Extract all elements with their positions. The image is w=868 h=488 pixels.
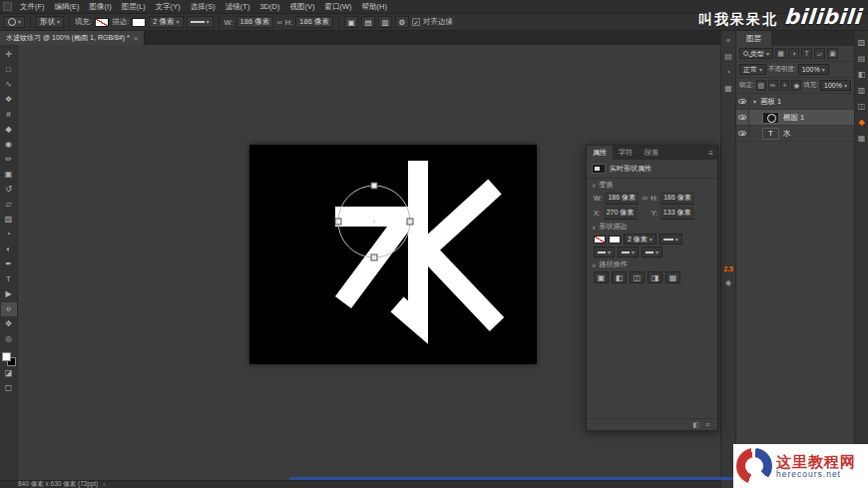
fill-swatch[interactable]: [95, 18, 109, 27]
panel-options-icon[interactable]: ≡: [705, 421, 709, 428]
exclude-overlapping-icon[interactable]: ◨: [648, 271, 662, 283]
layer-filter-select[interactable]: 类型 ▾: [739, 48, 773, 59]
prop-stroke-type-select[interactable]: ▾: [659, 234, 682, 244]
lock-image-pixels-icon[interactable]: ✏: [768, 80, 778, 91]
shape-fill-swatch[interactable]: [594, 236, 606, 244]
visibility-toggle[interactable]: [736, 94, 749, 109]
menu-item[interactable]: 图层(L): [117, 2, 151, 12]
pen-tool[interactable]: ✒: [1, 257, 17, 271]
filter-adjustment-layers-icon[interactable]: ◑: [788, 48, 799, 59]
filter-pixel-layers-icon[interactable]: ▦: [775, 48, 786, 59]
color-panel-icon[interactable]: ▤: [722, 50, 735, 62]
swatches-panel-icon[interactable]: ▤: [855, 52, 868, 64]
tab-properties[interactable]: 属性: [587, 146, 613, 160]
hand-tool[interactable]: ✥: [1, 317, 17, 331]
menu-item[interactable]: 文件(F): [15, 2, 50, 12]
healing-brush-tool[interactable]: ◉: [1, 138, 17, 152]
color-swatches[interactable]: [2, 352, 16, 366]
menu-item[interactable]: 视图(V): [284, 2, 319, 12]
lock-transparent-pixels-icon[interactable]: ▨: [756, 80, 766, 91]
menu-item[interactable]: 窗口(W): [319, 2, 356, 12]
ellipse-path-overlay[interactable]: [334, 182, 414, 261]
menu-item[interactable]: 文字(Y): [151, 2, 186, 12]
blur-tool[interactable]: ◔: [1, 228, 17, 242]
shape-width-field[interactable]: 186 像素: [236, 16, 274, 28]
channels-panel-icon[interactable]: ▥: [855, 84, 868, 96]
crop-tool[interactable]: #: [1, 108, 17, 122]
prop-x-field[interactable]: 270 像素: [604, 207, 638, 220]
merge-shape-components-icon[interactable]: ▦: [665, 271, 680, 283]
status-chevron-icon[interactable]: ›: [103, 481, 105, 488]
dodge-tool[interactable]: ◐: [1, 243, 17, 256]
layer-row-artboard[interactable]: ▾ 画板 1: [736, 94, 854, 110]
path-operations-icon[interactable]: ▣: [344, 16, 358, 28]
filter-type-layers-icon[interactable]: T: [801, 48, 812, 59]
blend-mode-select[interactable]: 正常 ▾: [739, 64, 766, 75]
tab-character[interactable]: 字符: [613, 146, 639, 160]
document-canvas[interactable]: 水: [249, 145, 537, 364]
path-alignment-icon[interactable]: ▤: [361, 16, 375, 28]
combine-shapes-icon[interactable]: ▣: [594, 271, 609, 283]
tab-paragraph[interactable]: 段落: [639, 146, 664, 160]
gradient-tool[interactable]: ▨: [1, 213, 17, 227]
prop-stroke-width-select[interactable]: 2 像素 ▾: [624, 234, 656, 244]
zoom-tool[interactable]: ◎: [1, 332, 17, 346]
filter-smart-objects-icon[interactable]: ▣: [827, 48, 838, 59]
layer-row-ellipse[interactable]: 椭圆 1: [736, 110, 854, 126]
lock-position-icon[interactable]: +: [780, 80, 790, 91]
menu-item[interactable]: 3D(D): [254, 2, 284, 11]
collapse-panels-icon[interactable]: «: [722, 34, 735, 46]
stroke-swatch[interactable]: [132, 18, 146, 27]
screen-mode-icon[interactable]: ▢: [1, 381, 17, 395]
history-brush-tool[interactable]: ↺: [1, 183, 17, 197]
adjustments-panel-icon[interactable]: ◔: [722, 66, 735, 78]
link-dimensions-icon[interactable]: ∞: [276, 18, 282, 27]
subtract-front-shape-icon[interactable]: ◧: [612, 271, 627, 283]
expand-caret-icon[interactable]: ▾: [753, 98, 756, 105]
stroke-width-select[interactable]: 2 像素 ▾: [149, 16, 183, 28]
lasso-tool[interactable]: ∿: [1, 78, 17, 92]
layer-thumbnail[interactable]: [762, 112, 779, 124]
opacity-select[interactable]: 100% ▾: [798, 64, 829, 75]
section-caret-icon[interactable]: ∨: [592, 224, 596, 231]
menu-item[interactable]: 图像(I): [85, 2, 117, 12]
sync-panel-icon[interactable]: ◆: [855, 116, 868, 128]
type-tool[interactable]: T: [1, 272, 17, 286]
libraries-panel-icon[interactable]: ▦: [722, 82, 735, 94]
intersect-shapes-icon[interactable]: ◫: [630, 271, 645, 283]
prop-height-field[interactable]: 186 像素: [660, 192, 694, 205]
shape-stroke-swatch[interactable]: [609, 236, 621, 244]
stroke-type-select[interactable]: ▾: [187, 16, 214, 28]
stroke-cap-select[interactable]: ▾: [618, 246, 639, 257]
quick-selection-tool[interactable]: ❖: [1, 93, 17, 107]
lock-all-icon[interactable]: ◆: [791, 80, 801, 91]
section-caret-icon[interactable]: ∨: [592, 182, 596, 189]
document-tab[interactable]: 水波纹练习 @ 100% (椭圆 1, RGB/8#) * ×: [0, 31, 145, 45]
menu-item[interactable]: 编辑(E): [50, 2, 85, 12]
brush-tool[interactable]: ✏: [1, 153, 17, 167]
eyedropper-tool[interactable]: ◆: [1, 123, 17, 137]
move-tool[interactable]: ✛: [1, 48, 17, 62]
menu-item[interactable]: 滤镜(T): [220, 2, 255, 12]
visibility-toggle[interactable]: [736, 126, 749, 141]
eraser-tool[interactable]: ▱: [1, 198, 17, 212]
history-panel-icon[interactable]: ▧: [855, 36, 868, 48]
clone-stamp-tool[interactable]: ▣: [1, 168, 17, 182]
close-icon[interactable]: ×: [134, 34, 139, 43]
paths-panel-icon[interactable]: ◫: [855, 100, 868, 112]
path-selection-tool[interactable]: ▶: [1, 287, 17, 301]
clip-to-layer-icon[interactable]: ◧: [692, 421, 699, 429]
link-icon[interactable]: ∞: [642, 194, 648, 203]
section-caret-icon[interactable]: ∨: [592, 261, 596, 268]
info-panel-icon[interactable]: ◈: [722, 276, 735, 288]
menu-item[interactable]: 帮助(H): [357, 2, 392, 12]
filter-shape-layers-icon[interactable]: ▱: [814, 48, 825, 59]
notes-panel-icon[interactable]: ▦: [855, 132, 868, 144]
prop-y-field[interactable]: 133 像素: [660, 207, 694, 220]
tool-mode-select[interactable]: 形状 ▾: [36, 16, 64, 28]
styles-panel-icon[interactable]: ◧: [855, 68, 868, 80]
stroke-align-select[interactable]: ▾: [594, 246, 615, 257]
align-edges-checkbox[interactable]: ✓: [412, 18, 420, 26]
tool-preset-picker[interactable]: ▾: [4, 16, 25, 28]
tab-layers[interactable]: 图层: [736, 31, 771, 46]
